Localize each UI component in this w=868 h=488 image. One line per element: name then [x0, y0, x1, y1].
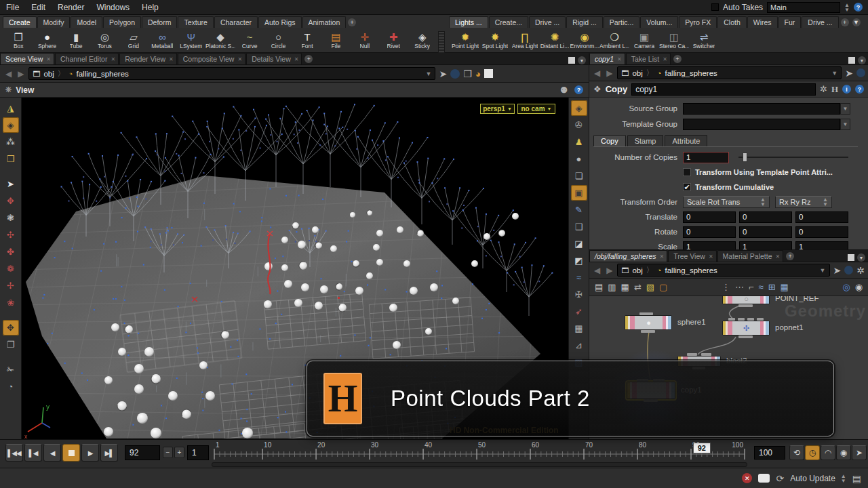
param-path-box[interactable]: 🗔 obj 〉 ◔ falling_spheres ▼ — [617, 66, 842, 79]
view-menu[interactable]: View — [16, 85, 34, 95]
param-tab-take-list[interactable]: Take List✕ — [626, 53, 671, 64]
render-region-icon[interactable]: ◔ — [3, 379, 19, 394]
add-shelf-tab-icon[interactable]: + — [348, 18, 356, 26]
input-connector[interactable] — [738, 318, 745, 321]
peak-icon[interactable]: ✤ — [3, 244, 19, 260]
viewport-help-icon[interactable]: ? — [574, 85, 583, 94]
halign-icon[interactable]: ⋯ — [735, 282, 744, 292]
message-bubble-icon[interactable] — [758, 474, 770, 483]
end-frame-field[interactable]: 100 — [754, 446, 785, 460]
layout-square-icon[interactable] — [484, 69, 493, 78]
close-tab-icon[interactable]: ✕ — [237, 56, 242, 62]
playbar-options-icon[interactable]: ➤ — [852, 445, 867, 460]
shelf-tab-animation[interactable]: Animation — [302, 16, 347, 28]
shelf-tool-switcher[interactable]: ⇌Switcher — [689, 28, 719, 53]
realtime-toggle-icon[interactable]: ◷ — [805, 445, 820, 460]
timeline-ruler[interactable]: 1102030405060708090100 — [212, 441, 747, 462]
shelf-tab-create[interactable]: Create — [3, 16, 37, 28]
snap-icon[interactable]: ⚉ — [560, 85, 568, 95]
edit-tool-icon[interactable]: ✥ — [3, 193, 19, 209]
frame-increment-button[interactable]: + — [174, 447, 184, 458]
template-group-dropdown-icon[interactable]: ▼ — [840, 119, 850, 130]
pose-tool-icon[interactable]: ✥ — [3, 320, 19, 336]
input-connector[interactable] — [639, 312, 653, 315]
menu-edit[interactable]: Edit — [25, 1, 52, 14]
shelf-tool-ambient-l[interactable]: ❍Ambient L... — [599, 28, 629, 53]
shelf-tab-modify[interactable]: Modify — [37, 16, 71, 28]
edge-tool-icon[interactable]: ❁ — [3, 261, 19, 277]
back-icon[interactable]: ◀ — [593, 68, 601, 78]
output-connector[interactable] — [738, 336, 753, 338]
back-icon[interactable]: ◀ — [4, 69, 13, 79]
error-badge-icon[interactable]: ✕ — [742, 473, 752, 483]
scene-tab-render-view[interactable]: Render View✕ — [119, 53, 177, 64]
frame-decrement-button[interactable]: − — [163, 447, 173, 458]
playback-speed-icon[interactable]: ◠ — [821, 445, 835, 460]
pane-menu-icon[interactable]: ▼ — [857, 253, 865, 262]
fog-icon[interactable]: ≈ — [571, 270, 587, 285]
next-key-button[interactable]: ▶▌ — [100, 444, 118, 462]
shelf-tool-point-light[interactable]: ✹Point Light — [450, 28, 480, 53]
shelf-tool-spot-light[interactable]: ✸Spot Light — [480, 28, 510, 53]
slider-handle[interactable] — [743, 152, 747, 162]
gear-icon[interactable]: ✲ — [856, 265, 865, 276]
subtab-copy[interactable]: Copy — [593, 135, 626, 146]
input-connector[interactable] — [701, 353, 711, 356]
link-icon[interactable] — [856, 68, 865, 77]
add-pane-tab-icon[interactable]: + — [673, 55, 682, 63]
view-selector-persp[interactable]: persp1▼ — [480, 104, 515, 114]
forward-icon[interactable]: ▶ — [16, 69, 25, 79]
link-icon[interactable] — [450, 69, 460, 79]
node-popnet1[interactable]: ✣ — [722, 321, 770, 336]
shelf-tool-circle[interactable]: ○Circle — [264, 28, 292, 53]
info-icon[interactable]: i — [842, 85, 851, 94]
pane-menu-icon[interactable]: ▼ — [578, 56, 586, 64]
shelf-tool-file[interactable]: ▤File — [321, 28, 350, 53]
close-tab-icon[interactable]: ✕ — [709, 253, 713, 260]
rotate-field-z[interactable]: 0 — [795, 226, 848, 238]
number-of-copies-field[interactable]: 1 — [683, 152, 729, 163]
network-tab-tree-view[interactable]: Tree View✕ — [668, 250, 716, 262]
shelf-tool-area-light[interactable]: ∏Area Light — [510, 28, 540, 53]
output-connector[interactable] — [641, 330, 655, 333]
scene-tab-details-view[interactable]: Details View✕ — [246, 53, 302, 64]
gear-icon[interactable]: ✲ — [820, 84, 827, 94]
swap-io-icon[interactable]: ⇄ — [634, 282, 642, 292]
notes-icon[interactable]: ▧ — [646, 282, 654, 292]
frame-step-field[interactable]: 1 — [187, 445, 209, 460]
shelf-tool-tube[interactable]: ▮Tube — [62, 28, 90, 53]
network-tab-obj-falling-spheres[interactable]: /obj/falling_spheres✕ — [589, 250, 667, 262]
add-pane-tab-icon[interactable]: + — [786, 252, 794, 260]
bridge-tool-icon[interactable]: ✢ — [3, 278, 19, 293]
shelf-menu-icon[interactable]: ▼ — [852, 18, 861, 26]
take-selector-spinner[interactable]: ▲▼ — [844, 3, 850, 12]
knife-tool-icon[interactable]: ❀ — [3, 295, 19, 310]
shelf-tool-grid[interactable]: ▱Grid — [119, 28, 148, 53]
network-tab-material-palette[interactable]: Material Palette✕ — [717, 250, 784, 262]
path-root[interactable]: obj — [632, 266, 642, 274]
grid-toggle-icon[interactable]: ▦ — [571, 321, 587, 336]
sculpt-icon[interactable]: ✣ — [3, 227, 19, 243]
close-tab-icon[interactable]: ✕ — [659, 253, 664, 260]
help-icon[interactable]: ? — [854, 3, 863, 12]
shelf-tab-lights[interactable]: Lights ... — [449, 16, 488, 28]
shelf-tab-polygon[interactable]: Polygon — [103, 16, 141, 28]
shelf-tab-fur[interactable]: Fur — [778, 16, 802, 28]
hook-icon[interactable]: ⌐ — [749, 282, 754, 292]
axis-icon[interactable]: ✠ — [571, 287, 587, 302]
loop-mode-icon[interactable]: ⟲ — [789, 445, 804, 460]
memory-icon[interactable]: ▤ — [852, 473, 861, 484]
points-display-icon[interactable]: ▣ — [571, 185, 587, 201]
shelf-tab-rigid[interactable]: Rigid ... — [566, 16, 603, 28]
shelf-tool-lsystem[interactable]: ΨLSystem — [177, 28, 205, 53]
shelf-tool-curve[interactable]: ~Curve — [235, 28, 264, 53]
recook-icon[interactable]: ⟳ — [776, 473, 784, 484]
display-options-icon[interactable]: ◈ — [571, 100, 587, 116]
input-connector[interactable] — [757, 318, 764, 321]
scene-tab-composite-view[interactable]: Composite View✕ — [178, 53, 245, 64]
play-reverse-button[interactable]: ◀ — [43, 444, 61, 462]
shelf-tab-drive[interactable]: Drive ... — [802, 16, 838, 28]
shelf-tab-partic[interactable]: Partic... — [604, 16, 640, 28]
node-point-ref[interactable]: ○ — [722, 296, 770, 304]
pin-icon[interactable]: ➤ — [833, 265, 842, 276]
